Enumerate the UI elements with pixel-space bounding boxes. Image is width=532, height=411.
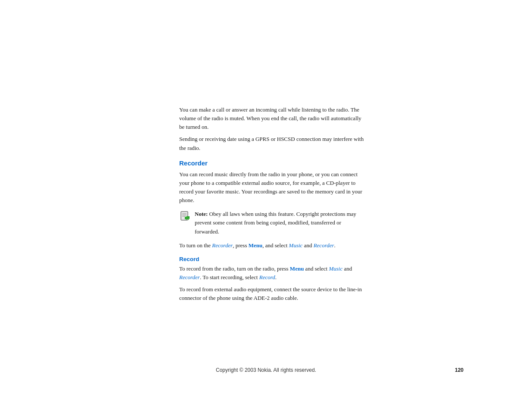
note-box: Note: Obey all laws when using this feat… (179, 210, 364, 236)
music-link-2[interactable]: Music (329, 265, 342, 272)
footer-page-number: 120 (455, 367, 464, 373)
footer-copyright: Copyright © 2003 Nokia. All rights reser… (216, 367, 316, 373)
note-text: Note: Obey all laws when using this feat… (195, 210, 364, 236)
music-link-1[interactable]: Music (289, 242, 303, 249)
menu-link-1[interactable]: Menu (249, 242, 263, 249)
turn-on-prefix: To turn on the (179, 242, 212, 249)
record-link[interactable]: Record (259, 274, 275, 280)
note-bold: Note: (195, 211, 208, 217)
note-icon (179, 211, 191, 223)
record-heading: Record (179, 256, 364, 262)
recorder-heading: Recorder (179, 159, 364, 167)
turn-on-text: To turn on the Recorder, press Menu, and… (179, 241, 364, 250)
footer: Copyright © 2003 Nokia. All rights reser… (0, 367, 532, 373)
intro-para1: You can make a call or answer an incomin… (179, 106, 364, 131)
note-body: Obey all laws when using this feature. C… (195, 211, 356, 234)
record-para2: To record from external audio equipment,… (179, 285, 364, 302)
turn-on-and: and (302, 242, 313, 249)
recorder-link-1[interactable]: Recorder (212, 242, 233, 249)
menu-link-2[interactable]: Menu (290, 265, 304, 272)
record-middle: and select (304, 265, 329, 272)
record-end: . (275, 274, 277, 280)
turn-on-after: , and select (262, 242, 289, 249)
record-and: and (342, 265, 352, 272)
recorder-link-2[interactable]: Recorder (314, 242, 334, 249)
page-content: You can make a call or answer an incomin… (179, 106, 364, 302)
record-para1: To record from the radio, turn on the ra… (179, 265, 364, 282)
recorder-body: You can record music directly from the r… (179, 170, 364, 205)
turn-on-end: . (334, 242, 336, 249)
intro-para2: Sending or receiving date using a GPRS o… (179, 135, 364, 152)
turn-on-middle: , press (233, 242, 248, 249)
record-after: . To start recording, select (200, 274, 259, 280)
recorder-link-3[interactable]: Recorder (179, 274, 200, 280)
record-prefix: To record from the radio, turn on the ra… (179, 265, 290, 272)
